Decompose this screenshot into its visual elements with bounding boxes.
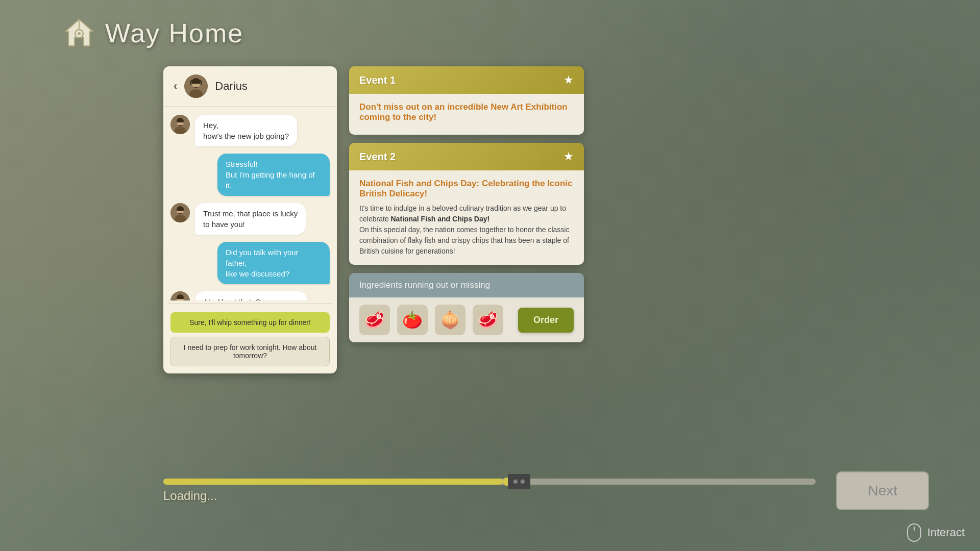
home-icon	[61, 15, 97, 51]
progress-track	[163, 479, 816, 485]
chat-messages: Hey,how's the new job going? Stressful!B…	[163, 107, 337, 300]
loading-text: Loading...	[163, 489, 816, 503]
ingredient-1: 🥩	[359, 305, 390, 335]
ingredient-4: 🥩	[473, 305, 503, 335]
message-avatar	[170, 291, 190, 300]
message-row: Trust me, that place is luckyto have you…	[170, 203, 330, 235]
event-2-star[interactable]: ★	[564, 150, 574, 163]
interact-label[interactable]: Interact	[927, 526, 965, 539]
message-bubble: Ah. About that. Seems we mayhave some ca…	[195, 291, 307, 300]
message-bubble: Hey,how's the new job going?	[195, 115, 297, 146]
main-content: ‹ Darius	[163, 66, 584, 373]
event-2-body: National Fish and Chips Day: Celebrating…	[349, 170, 584, 265]
event-card-1: Event 1 ★ Don't miss out on an incredibl…	[349, 66, 584, 135]
chat-options: Sure, I'll whip something up for dinner!…	[163, 307, 337, 373]
ingredients-title: Ingredients running out or missing	[359, 280, 490, 290]
message-row: Did you talk with your father,like we di…	[170, 242, 330, 284]
message-bubble: Stressful!But I'm getting the hang of it…	[217, 154, 330, 196]
message-row: Ah. About that. Seems we mayhave some ca…	[170, 291, 330, 300]
header: Way Home	[61, 15, 243, 51]
chat-avatar	[184, 74, 208, 98]
avatar-small	[170, 115, 190, 134]
bottom-bar: Loading... Next	[163, 471, 929, 510]
ingredients-panel: Ingredients running out or missing 🥩 🍅 🧅…	[349, 273, 584, 342]
divider	[168, 304, 332, 304]
ingredients-header: Ingredients running out or missing	[349, 273, 584, 297]
event-1-subtitle: Don't miss out on an incredible New Art …	[359, 102, 574, 122]
avatar-small	[170, 203, 190, 222]
app-title: Way Home	[105, 18, 243, 48]
mouse-icon	[907, 523, 921, 542]
character-name: Darius	[215, 80, 248, 93]
event-1-star[interactable]: ★	[564, 73, 574, 87]
message-avatar	[170, 203, 190, 222]
svg-point-2	[78, 32, 81, 35]
event-2-title: Event 2	[359, 151, 396, 163]
message-row: Stressful!But I'm getting the hang of it…	[170, 154, 330, 196]
chat-panel: ‹ Darius	[163, 66, 337, 373]
back-button[interactable]: ‹	[174, 80, 177, 93]
message-avatar	[170, 115, 190, 134]
event-1-header: Event 1 ★	[349, 66, 584, 94]
event-2-text: It's time to indulge in a beloved culina…	[359, 203, 574, 257]
events-panel: Event 1 ★ Don't miss out on an incredibl…	[349, 66, 584, 373]
event-2-header: Event 2 ★	[349, 143, 584, 170]
chat-header: ‹ Darius	[163, 66, 337, 107]
event-1-title: Event 1	[359, 74, 396, 86]
event-2-subtitle: National Fish and Chips Day: Celebrating…	[359, 179, 574, 199]
interact-area: Interact	[907, 523, 965, 542]
ingredient-2: 🍅	[397, 305, 428, 335]
event-1-body: Don't miss out on an incredible New Art …	[349, 94, 584, 135]
avatar-small	[170, 291, 190, 300]
progress-fill	[163, 479, 503, 485]
cassette-icon	[508, 474, 530, 489]
progress-container: Loading...	[163, 479, 816, 503]
event-card-2: Event 2 ★ National Fish and Chips Day: C…	[349, 143, 584, 265]
avatar-image	[184, 74, 208, 98]
ingredients-body: 🥩 🍅 🧅 🥩 Order	[349, 297, 584, 342]
ingredient-3: 🧅	[435, 305, 465, 335]
message-bubble: Did you talk with your father,like we di…	[217, 242, 330, 284]
next-button[interactable]: Next	[836, 471, 929, 510]
option-button-1[interactable]: Sure, I'll whip something up for dinner!	[170, 312, 330, 333]
message-bubble: Trust me, that place is luckyto have you…	[195, 203, 306, 235]
message-row: Hey,how's the new job going?	[170, 115, 330, 146]
option-button-2[interactable]: I need to prep for work tonight. How abo…	[170, 337, 330, 366]
order-button[interactable]: Order	[518, 308, 574, 333]
